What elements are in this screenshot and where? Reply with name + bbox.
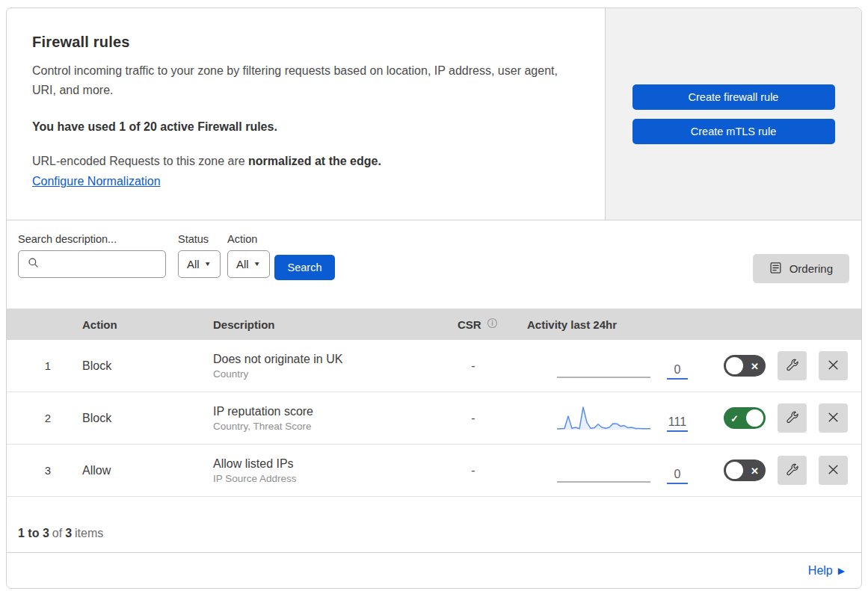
help-row: Help ▶ (7, 553, 861, 588)
ordering-button[interactable]: Ordering (753, 254, 849, 283)
table-row: 2 Block IP reputation score Country, Thr… (7, 392, 861, 445)
close-icon (827, 359, 840, 374)
activity-count-link[interactable]: 111 (667, 416, 688, 432)
toggle-knob (746, 409, 763, 427)
ordering-label: Ordering (789, 262, 833, 275)
toggle-knob (726, 462, 743, 479)
page-description: Control incoming traffic to your zone by… (32, 61, 564, 100)
rule-activity-cell: 111 (527, 405, 699, 432)
create-mtls-rule-button[interactable]: Create mTLS rule (632, 119, 835, 144)
rule-controls: ✓ (699, 403, 861, 433)
delete-rule-button[interactable] (819, 456, 848, 485)
create-firewall-rule-button[interactable]: Create firewall rule (632, 84, 835, 110)
col-description: Description (191, 318, 434, 331)
activity-sparkline (557, 353, 650, 380)
rule-action: Allow (61, 464, 191, 477)
rule-description: IP reputation score (213, 405, 434, 418)
wrench-icon (785, 462, 799, 479)
status-value: All (187, 258, 200, 270)
close-icon (827, 411, 840, 426)
chevron-down-icon: ▼ (204, 261, 212, 267)
rule-action: Block (61, 359, 191, 373)
pagination-summary: 1 to 3of3items (7, 497, 861, 553)
help-link[interactable]: Help ▶ (808, 564, 845, 578)
activity-sparkline (557, 457, 650, 484)
edit-rule-button[interactable] (778, 456, 807, 485)
status-filter-group: Status All ▼ (178, 233, 221, 278)
total-count: 3 (65, 527, 72, 539)
action-value: All (236, 258, 249, 270)
rule-fields: Country, Threat Score (213, 421, 434, 432)
action-label: Action (227, 233, 270, 245)
arrow-right-icon: ▶ (838, 566, 845, 576)
filter-bar: Search description... Status All ▼ Actio… (7, 220, 861, 309)
rule-description-cell: Allow listed IPs IP Source Address (191, 457, 434, 484)
rule-priority: 2 (7, 412, 61, 424)
rule-enabled-toggle[interactable]: ✕ (724, 355, 766, 377)
usage-summary: You have used 1 of 20 active Firewall ru… (32, 120, 573, 134)
normalization-bold: normalized at the edge. (248, 155, 381, 167)
rule-fields: IP Source Address (213, 473, 434, 484)
table-row: 1 Block Does not originate in UK Country… (7, 340, 861, 392)
close-icon (827, 463, 840, 478)
toggle-state-icon: ✕ (751, 360, 759, 371)
info-icon[interactable] (487, 318, 498, 331)
rule-action: Block (61, 412, 191, 425)
col-action: Action (61, 318, 191, 331)
table-header: Action Description CSR Activity last 24h… (7, 309, 861, 340)
col-csr-label: CSR (458, 318, 481, 331)
col-activity: Activity last 24hr (527, 318, 699, 331)
rule-csr: - (434, 464, 527, 477)
firewall-rules-card: Firewall rules Control incoming traffic … (6, 7, 862, 589)
rule-csr: - (434, 412, 527, 425)
help-label: Help (808, 564, 833, 578)
rule-priority: 1 (7, 359, 61, 372)
of-text: of (52, 527, 62, 539)
normalization-note: URL-encoded Requests to this zone are no… (32, 155, 573, 168)
items-text: items (75, 527, 103, 539)
toggle-state-icon: ✕ (751, 465, 759, 476)
action-dropdown[interactable]: All ▼ (227, 250, 270, 278)
rule-priority: 3 (7, 464, 61, 477)
rule-activity-cell: 0 (527, 353, 699, 380)
rule-controls: ✕ (699, 456, 861, 485)
activity-count-link[interactable]: 0 (667, 364, 688, 380)
search-label: Search description... (18, 233, 166, 245)
intro-section: Firewall rules Control incoming traffic … (7, 8, 861, 220)
rule-description: Allow listed IPs (213, 457, 434, 471)
rule-fields: Country (213, 368, 434, 380)
rule-activity-cell: 0 (527, 457, 699, 484)
action-filter-group: Action All ▼ (227, 233, 270, 278)
toggle-state-icon: ✓ (730, 412, 739, 424)
normalization-text: URL-encoded Requests to this zone are (32, 155, 248, 167)
delete-rule-button[interactable] (819, 403, 848, 433)
status-label: Status (178, 233, 221, 245)
col-csr: CSR (434, 318, 527, 331)
rule-enabled-toggle[interactable]: ✓ (724, 407, 766, 429)
activity-count-link[interactable]: 0 (667, 468, 688, 484)
wrench-icon (785, 358, 799, 374)
rule-enabled-toggle[interactable]: ✕ (724, 460, 766, 481)
rule-description: Does not originate in UK (213, 353, 434, 366)
wrench-icon (785, 410, 799, 427)
configure-normalization-link[interactable]: Configure Normalization (32, 175, 161, 188)
rule-description-cell: IP reputation score Country, Threat Scor… (191, 405, 434, 432)
actions-panel: Create firewall rule Create mTLS rule (605, 8, 861, 220)
range-text: 1 to 3 (18, 527, 49, 539)
page-title: Firewall rules (32, 34, 573, 51)
intro-text-block: Firewall rules Control incoming traffic … (7, 8, 605, 220)
rule-controls: ✕ (699, 351, 861, 380)
search-button[interactable]: Search (274, 255, 335, 280)
toggle-knob (726, 357, 743, 374)
search-group: Search description... (18, 233, 166, 278)
delete-rule-button[interactable] (819, 351, 848, 380)
ordering-list-icon (769, 262, 782, 276)
activity-sparkline (557, 405, 650, 432)
rule-csr: - (434, 359, 527, 373)
status-dropdown[interactable]: All ▼ (178, 250, 221, 278)
edit-rule-button[interactable] (778, 351, 807, 380)
search-icon (28, 257, 39, 271)
chevron-down-icon: ▼ (253, 261, 261, 267)
search-input[interactable] (18, 250, 166, 278)
edit-rule-button[interactable] (778, 403, 807, 433)
